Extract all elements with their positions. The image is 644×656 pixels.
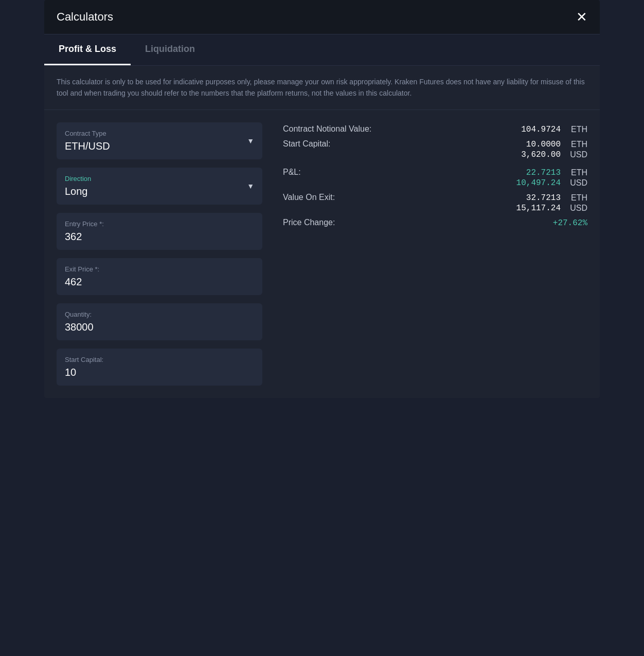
start-capital-usd-currency: USD — [567, 150, 587, 159]
contract-type-value: ETH/USD — [65, 140, 247, 152]
start-capital-field[interactable]: Start Capital: 10 — [57, 349, 262, 386]
value-on-exit-label: Value On Exit: — [283, 193, 386, 202]
start-capital-result-row: Start Capital: 10.0000 ETH 3,620.00 USD — [283, 139, 587, 160]
value-on-exit-usd-number: 15,117.24 — [509, 204, 561, 213]
exit-price-value: 462 — [65, 276, 254, 288]
pnl-row: P&L: 22.7213 ETH 10,497.24 USD — [283, 168, 587, 189]
modal-title: Calculators — [57, 10, 113, 24]
entry-price-label: Entry Price *: — [65, 220, 254, 228]
contract-notional-row: Contract Notional Value: 104.9724 ETH — [283, 124, 587, 135]
contract-type-label: Contract Type — [65, 130, 247, 137]
main-content: Contract Type ETH/USD ▼ Direction Long ▼… — [44, 110, 600, 398]
start-capital-value: 10 — [65, 367, 254, 378]
contract-notional-currency: ETH — [567, 125, 587, 134]
start-capital-eth-number: 10.0000 — [509, 140, 561, 149]
value-on-exit-eth-number: 32.7213 — [509, 193, 561, 203]
price-change-number: +27.62% — [536, 218, 587, 228]
price-change-row: Price Change: +27.62% — [283, 218, 587, 229]
chevron-down-icon-2: ▼ — [247, 182, 254, 190]
chevron-down-icon: ▼ — [247, 137, 254, 145]
pnl-usd-number: 10,497.24 — [509, 178, 561, 188]
entry-price-field[interactable]: Entry Price *: 362 — [57, 213, 262, 250]
close-button[interactable]: ✕ — [576, 10, 587, 24]
price-change-label: Price Change: — [283, 218, 386, 227]
tab-profit-loss[interactable]: Profit & Loss — [44, 34, 131, 65]
value-on-exit-eth-currency: ETH — [567, 193, 587, 203]
pnl-eth-currency: ETH — [567, 168, 587, 177]
quantity-value: 38000 — [65, 321, 254, 333]
value-on-exit-row: Value On Exit: 32.7213 ETH 15,117.24 USD — [283, 193, 587, 214]
tab-liquidation[interactable]: Liquidation — [131, 34, 209, 65]
start-capital-label: Start Capital: — [65, 356, 254, 363]
contract-notional-number: 104.9724 — [509, 125, 561, 134]
direction-label: Direction — [65, 175, 247, 183]
exit-price-field[interactable]: Exit Price *: 462 — [57, 258, 262, 295]
direction-value: Long — [65, 186, 247, 197]
tab-bar: Profit & Loss Liquidation — [44, 34, 600, 66]
pnl-eth-number: 22.7213 — [509, 168, 561, 177]
input-panel: Contract Type ETH/USD ▼ Direction Long ▼… — [57, 122, 262, 386]
disclaimer-text: This calculator is only to be used for i… — [44, 66, 600, 110]
pnl-usd-currency: USD — [567, 178, 587, 188]
start-capital-result-label: Start Capital: — [283, 139, 386, 149]
start-capital-usd-number: 3,620.00 — [509, 150, 561, 159]
contract-type-select[interactable]: Contract Type ETH/USD ▼ — [57, 122, 262, 159]
contract-notional-label: Contract Notional Value: — [283, 124, 386, 134]
pnl-label: P&L: — [283, 168, 386, 177]
exit-price-label: Exit Price *: — [65, 265, 254, 273]
start-capital-eth-currency: ETH — [567, 140, 587, 149]
entry-price-value: 362 — [65, 231, 254, 243]
value-on-exit-usd-currency: USD — [567, 204, 587, 213]
quantity-label: Quantity: — [65, 311, 254, 318]
modal-header: Calculators ✕ — [44, 0, 600, 34]
direction-select[interactable]: Direction Long ▼ — [57, 168, 262, 205]
quantity-field[interactable]: Quantity: 38000 — [57, 303, 262, 340]
results-panel: Contract Notional Value: 104.9724 ETH St… — [283, 122, 587, 386]
